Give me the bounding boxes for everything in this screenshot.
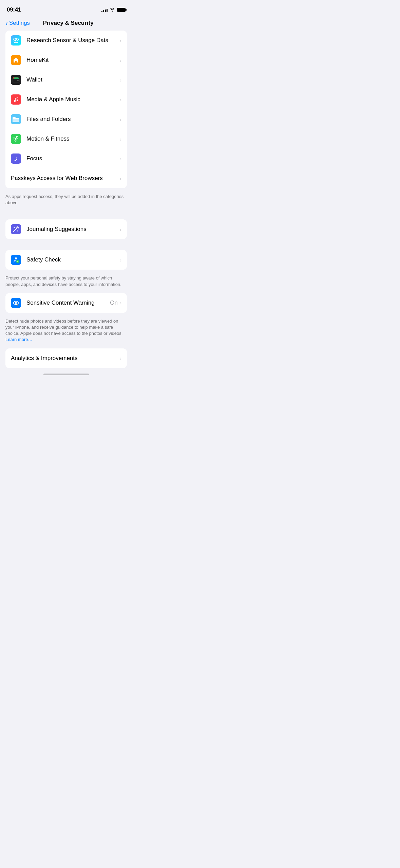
svg-point-17 — [15, 302, 17, 304]
passkeys-label: Passkeys Access for Web Browsers — [11, 175, 120, 182]
svg-point-13 — [16, 136, 18, 137]
research-item[interactable]: Research Sensor & Usage Data › — [5, 31, 127, 50]
chevron-icon: › — [120, 57, 121, 63]
svg-point-14 — [17, 228, 17, 229]
learn-more-link[interactable]: Learn more… — [5, 337, 32, 342]
focus-label: Focus — [26, 155, 120, 162]
chevron-icon: › — [120, 257, 121, 263]
journaling-label: Journaling Suggestions — [26, 226, 120, 233]
sensitive-label: Sensitive Content Warning — [26, 300, 110, 306]
music-icon — [11, 94, 21, 105]
wallet-icon — [11, 75, 21, 85]
svg-point-8 — [17, 100, 18, 101]
chevron-icon: › — [120, 156, 121, 162]
safety-label: Safety Check — [26, 256, 120, 263]
focus-item[interactable]: Focus › — [5, 149, 127, 168]
wallet-item[interactable]: Wallet › — [5, 70, 127, 90]
research-label: Research Sensor & Usage Data — [26, 37, 120, 44]
wallet-label: Wallet — [26, 76, 120, 83]
chevron-icon: › — [120, 176, 121, 181]
back-button[interactable]: ‹ Settings — [5, 20, 30, 26]
safety-section: Safety Check › — [5, 250, 127, 270]
chevron-icon: › — [120, 77, 121, 83]
status-icons — [101, 7, 126, 13]
chevron-icon: › — [120, 116, 121, 122]
chevron-icon: › — [120, 97, 121, 103]
motion-item[interactable]: Motion & Fitness › — [5, 129, 127, 149]
back-chevron-icon: ‹ — [5, 20, 8, 26]
sensitive-note: Detect nude photos and videos before the… — [0, 315, 132, 348]
chevron-icon: › — [120, 136, 121, 142]
journaling-section: Journaling Suggestions › — [5, 219, 127, 239]
wifi-icon — [110, 7, 115, 13]
home-bar — [43, 374, 89, 375]
safety-note: Protect your personal safety by staying … — [0, 272, 132, 293]
journaling-icon — [11, 224, 21, 234]
files-label: Files and Folders — [26, 116, 120, 123]
svg-rect-12 — [13, 119, 19, 122]
section-note: As apps request access, they will be add… — [0, 191, 132, 211]
safety-icon — [11, 255, 21, 265]
files-item[interactable]: Files and Folders › — [5, 109, 127, 129]
chevron-icon: › — [120, 355, 121, 361]
motion-icon — [11, 134, 21, 144]
homekit-icon — [11, 55, 21, 65]
analytics-label: Analytics & Improvements — [11, 355, 120, 362]
sensitive-section: ! Sensitive Content Warning On › — [5, 293, 127, 313]
safety-item[interactable]: Safety Check › — [5, 250, 127, 270]
analytics-section: Analytics & Improvements › — [5, 348, 127, 368]
svg-rect-6 — [17, 80, 19, 81]
focus-icon — [11, 153, 21, 164]
sensitive-icon: ! — [11, 298, 21, 308]
homekit-label: HomeKit — [26, 57, 120, 64]
media-item[interactable]: Media & Apple Music › — [5, 90, 127, 109]
status-time: 09:41 — [7, 6, 21, 13]
motion-label: Motion & Fitness — [26, 135, 120, 142]
home-indicator — [0, 371, 132, 377]
research-icon — [11, 35, 21, 46]
sensitive-item[interactable]: ! Sensitive Content Warning On › — [5, 293, 127, 313]
files-icon — [11, 114, 21, 124]
page-title: Privacy & Security — [30, 20, 107, 26]
svg-point-15 — [15, 257, 17, 259]
chevron-icon: › — [120, 227, 121, 232]
svg-text:!: ! — [18, 304, 18, 306]
battery-icon — [117, 8, 126, 12]
chevron-icon: › — [120, 300, 121, 306]
main-settings-section: Research Sensor & Usage Data › HomeKit › — [5, 31, 127, 188]
nav-bar: ‹ Settings Privacy & Security — [0, 17, 132, 31]
svg-point-7 — [14, 100, 16, 102]
analytics-item[interactable]: Analytics & Improvements › — [5, 348, 127, 368]
passkeys-item[interactable]: Passkeys Access for Web Browsers › — [5, 168, 127, 188]
journaling-item[interactable]: Journaling Suggestions › — [5, 219, 127, 239]
homekit-item[interactable]: HomeKit › — [5, 50, 127, 70]
signal-icon — [101, 8, 108, 12]
chevron-icon: › — [120, 38, 121, 43]
sensitive-value: On — [110, 300, 118, 306]
status-bar: 09:41 — [0, 0, 132, 17]
media-label: Media & Apple Music — [26, 96, 120, 103]
back-label: Settings — [9, 20, 30, 26]
